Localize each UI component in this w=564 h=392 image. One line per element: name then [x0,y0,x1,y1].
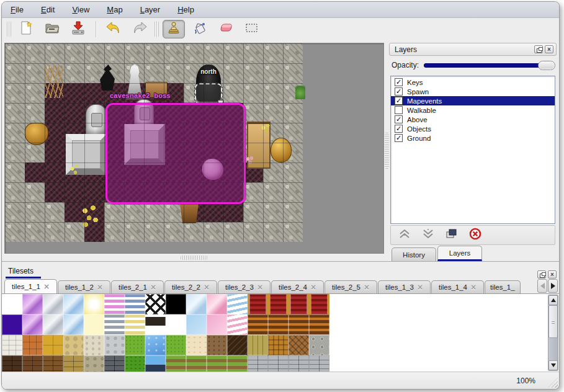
tileset-tab-tiles_1_3[interactable]: tiles_1_3× [378,280,431,293]
tileset-tile-hdg[interactable] [125,355,145,372]
tileset-tile-pyel[interactable] [84,314,104,335]
layer-row-ground[interactable]: ✓Ground [391,133,555,143]
layer-row-above[interactable]: ✓Above [391,115,555,124]
tileset-tile-redc[interactable] [268,294,289,314]
tab-close-icon[interactable]: × [364,283,370,291]
tileset-tile-blu2[interactable] [186,294,207,314]
moss[interactable] [295,86,305,99]
tileset-tab-tiles_1_1[interactable]: tiles_1_1× [4,279,57,293]
layer-checkbox[interactable]: ✓ [395,115,403,123]
tileset-tile-glow[interactable] [84,294,104,314]
tileset-tile-lbl[interactable] [186,314,207,335]
tileset-tile-vio[interactable] [22,294,43,314]
tileset-tile-bbr[interactable] [22,355,43,372]
tileset-tile-stw[interactable] [2,335,22,355]
tileset-tile-dkwd[interactable] [227,335,248,355]
tileset-tile-watd[interactable] [145,355,166,372]
tileset-tile-gbrl[interactable] [309,355,329,372]
tileset-tile-lat[interactable] [145,294,166,314]
sprout-left[interactable] [68,163,82,176]
tileset-tile-sil[interactable] [43,314,63,335]
menu-map[interactable]: Map [107,5,122,14]
tileset-tile-gpth[interactable] [186,355,207,372]
layer-row-keys[interactable]: ✓Keys [391,78,555,87]
tileset-tile-redc[interactable] [248,294,268,314]
basket[interactable] [25,123,48,145]
raise-layer-button[interactable] [397,228,412,242]
tileset-tile-pkst[interactable] [104,294,125,314]
tileset-tile-gold[interactable] [43,335,63,355]
layer-row-objects[interactable]: ✓Objects [391,124,555,133]
tileset-tile-ylst[interactable] [125,314,145,335]
tileset-tile-gpth[interactable] [166,355,186,372]
layer-row-mapevents[interactable]: ✓Mapevents [391,96,555,105]
branch-plant[interactable] [45,66,63,98]
tileset-tile-gbrl[interactable] [289,355,309,372]
tileset-tile-gbrl[interactable] [268,355,289,372]
gravestone-left[interactable] [86,104,107,135]
tileset-tile-brst[interactable] [309,314,329,335]
float-panel-icon[interactable] [534,45,543,53]
map-view[interactable]: northcavesnake2_boss [4,43,384,254]
tileset-tile-brst[interactable] [268,314,289,335]
tileset-tile-plkv[interactable] [248,335,268,355]
tileset-tile-gpth[interactable] [227,355,248,372]
splitter-handle[interactable] [181,256,208,260]
tileset-tab-tiles_2_3[interactable]: tiles_2_3× [218,280,271,293]
tab-close-icon[interactable]: × [310,283,316,291]
scroll-tabs-left-button[interactable] [537,279,547,293]
scrollbar-track[interactable] [548,338,558,360]
tileset-tile-brst[interactable] [248,314,268,335]
tileset-tile-icep[interactable] [227,314,248,335]
tab-close-icon[interactable]: × [150,283,156,291]
layer-checkbox[interactable]: ✓ [395,87,403,96]
tileset-tile-sil[interactable] [43,294,63,314]
tileset-tile-glog[interactable] [309,335,329,355]
tileset-tile-peb[interactable] [84,335,104,355]
scroll-down-button[interactable] [548,360,558,370]
tileset-tile-gbrd[interactable] [104,355,125,372]
tileset-tile-vio[interactable] [22,314,43,335]
close-panel-icon[interactable]: × [545,45,553,53]
tab-close-icon[interactable]: × [417,283,423,291]
menu-view[interactable]: View [72,5,89,14]
tileset-tile-gstn[interactable] [104,335,125,355]
tileset-tile-tanb[interactable] [63,335,84,355]
select-tool-button[interactable] [241,20,263,38]
tab-history[interactable]: History [392,247,436,261]
menu-edit[interactable]: Edit [41,5,55,14]
toolbar-grip[interactable] [154,21,159,37]
tileset-tile-herr[interactable] [289,335,309,355]
tileset-tab-tiles_2_1[interactable]: tiles_2_1× [111,280,164,293]
tab-close-icon[interactable]: × [204,283,210,291]
tileset-tile-swl[interactable] [84,355,104,372]
wood-sign[interactable] [145,82,168,100]
tileset-tile-sand[interactable] [186,335,207,355]
berries-yellow[interactable] [78,202,103,231]
tileset-tile-gpth[interactable] [207,355,227,372]
tileset-tile-pur[interactable] [2,314,22,335]
layer-checkbox[interactable]: ✓ [395,97,403,105]
event-marquee[interactable] [195,83,222,104]
tab-layers[interactable]: Layers [437,246,482,261]
tileset-tile-bbr2[interactable] [43,355,63,372]
scroll-tabs-right-button[interactable] [548,279,558,293]
menu-layer[interactable]: Layer [140,5,161,14]
delete-layer-button[interactable] [468,228,483,242]
tab-close-icon[interactable]: × [257,283,263,291]
redo-button[interactable] [128,20,151,38]
jug[interactable] [271,138,292,163]
resize-grip[interactable] [548,378,558,388]
opacity-slider-track[interactable] [424,63,554,68]
layer-row-walkable[interactable]: Walkable [391,105,555,115]
tileset-tile-blu[interactable] [63,294,84,314]
undo-button[interactable] [102,20,125,38]
toolbar-grip[interactable] [7,21,11,37]
tileset-tile-gyst[interactable] [104,314,125,335]
tileset-tile-pkg[interactable] [207,294,227,314]
tab-close-icon[interactable]: × [43,283,50,290]
new-map-button[interactable] [15,20,37,38]
tileset-tile-gbrl[interactable] [248,355,268,372]
tileset-tab-tiles_2_4[interactable]: tiles_2_4× [271,280,324,293]
tab-close-icon[interactable]: × [97,283,103,291]
